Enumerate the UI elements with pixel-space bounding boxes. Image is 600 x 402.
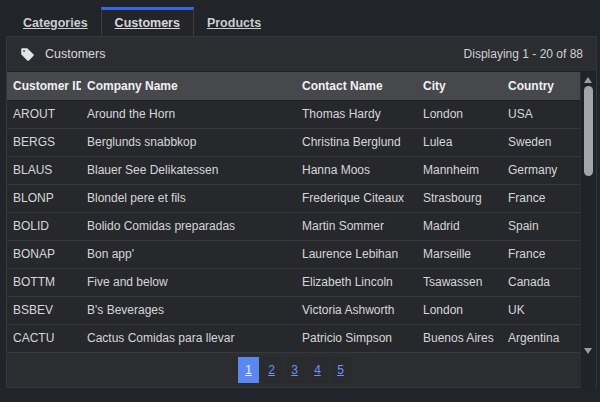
table-body: AROUT Around the Horn Thomas Hardy Londo… [7,101,596,353]
table-row[interactable]: AROUT Around the Horn Thomas Hardy Londo… [7,101,580,129]
cell-customer-id: BLONP [7,185,81,212]
table-row[interactable]: BLONP Blondel pere et fils Frederique Ci… [7,185,580,213]
tab-products[interactable]: Products [194,7,274,36]
tab-bar: Categories Customers Products [10,7,274,36]
cell-customer-id: BERGS [7,129,81,156]
tag-icon [20,47,35,62]
cell-city: Madrid [417,213,502,240]
cell-company-name: Bolido Comidas preparadas [81,213,296,240]
page-button-3[interactable]: 3 [284,357,305,383]
cell-customer-id: BOTTM [7,269,81,296]
cell-country: France [502,185,580,212]
cell-city: Tsawassen [417,269,502,296]
cell-customer-id: CACTU [7,325,81,352]
paging-status-text: Displaying 1 - 20 of 88 [464,47,583,61]
cell-country: Canada [502,269,580,296]
cell-country: Germany [502,157,580,184]
panel-toolbar: Customers Displaying 1 - 20 of 88 [7,37,596,72]
cell-company-name: Blauer See Delikatessen [81,157,296,184]
table-row[interactable]: BSBEV B's Beverages Victoria Ashworth Lo… [7,297,580,325]
cell-city: London [417,297,502,324]
scrollbar-thumb[interactable] [584,86,593,176]
table-row[interactable]: BERGS Berglunds snabbkop Christina Bergl… [7,129,580,157]
cell-company-name: Bon app' [81,241,296,268]
cell-contact-name: Hanna Moos [296,157,417,184]
cell-country: Sweden [502,129,580,156]
page-button-5[interactable]: 5 [330,357,351,383]
app-window: Categories Customers Products Customers … [0,0,600,402]
cell-company-name: Berglunds snabbkop [81,129,296,156]
cell-country: USA [502,101,580,128]
cell-contact-name: Frederique Citeaux [296,185,417,212]
column-header-company-name[interactable]: Company Name [81,72,296,100]
table-row[interactable]: BOLID Bolido Comidas preparadas Martin S… [7,213,580,241]
cell-city: London [417,101,502,128]
table-row[interactable]: BLAUS Blauer See Delikatessen Hanna Moos… [7,157,580,185]
cell-customer-id: BSBEV [7,297,81,324]
cell-city: Strasbourg [417,185,502,212]
cell-country: Spain [502,213,580,240]
cell-contact-name: Laurence Lebihan [296,241,417,268]
cell-company-name: Cactus Comidas para llevar [81,325,296,352]
vertical-scrollbar[interactable] [581,72,596,388]
tab-categories[interactable]: Categories [10,7,101,36]
customers-panel: Customers Displaying 1 - 20 of 88 Custom… [6,36,597,388]
tab-customers[interactable]: Customers [101,7,194,36]
column-header-country[interactable]: Country [502,72,580,100]
page-button-2[interactable]: 2 [261,357,282,383]
cell-country: UK [502,297,580,324]
column-header-city[interactable]: City [417,72,502,100]
column-header-contact-name[interactable]: Contact Name [296,72,417,100]
table-row[interactable]: BONAP Bon app' Laurence Lebihan Marseill… [7,241,580,269]
page-button-4[interactable]: 4 [307,357,328,383]
cell-customer-id: BONAP [7,241,81,268]
pagination-bar: 1 2 3 4 5 [7,353,582,387]
cell-customer-id: AROUT [7,101,81,128]
cell-city: Lulea [417,129,502,156]
page-button-1[interactable]: 1 [238,357,259,383]
cell-company-name: B's Beverages [81,297,296,324]
panel-title: Customers [45,47,105,61]
cell-company-name: Blondel pere et fils [81,185,296,212]
cell-customer-id: BLAUS [7,157,81,184]
table-row[interactable]: CACTU Cactus Comidas para llevar Patrici… [7,325,580,353]
cell-city: Buenos Aires [417,325,502,352]
cell-contact-name: Patricio Simpson [296,325,417,352]
table-row[interactable]: BOTTM Five and below Elizabeth Lincoln T… [7,269,580,297]
table-header-row: Customer ID Company Name Contact Name Ci… [7,72,580,101]
cell-company-name: Around the Horn [81,101,296,128]
cell-city: Mannheim [417,157,502,184]
cell-customer-id: BOLID [7,213,81,240]
cell-city: Marseille [417,241,502,268]
scroll-down-arrow-icon[interactable] [584,348,592,354]
cell-country: Argentina [502,325,580,352]
cell-contact-name: Christina Berglund [296,129,417,156]
cell-contact-name: Elizabeth Lincoln [296,269,417,296]
cell-company-name: Five and below [81,269,296,296]
cell-contact-name: Victoria Ashworth [296,297,417,324]
cell-contact-name: Thomas Hardy [296,101,417,128]
column-header-customer-id[interactable]: Customer ID [7,72,81,100]
scroll-up-arrow-icon[interactable] [584,77,592,83]
cell-country: France [502,241,580,268]
cell-contact-name: Martin Sommer [296,213,417,240]
